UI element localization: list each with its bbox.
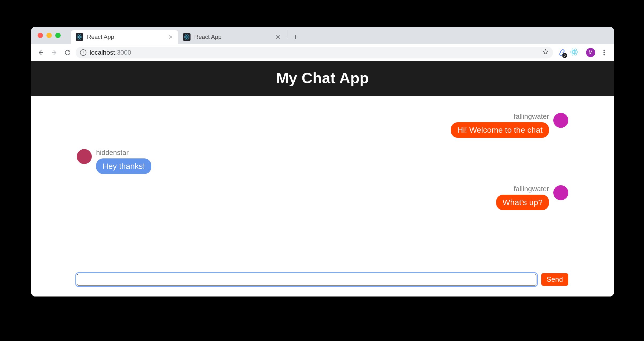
message-avatar (553, 185, 568, 200)
message-content: fallingwaterWhat's up? (496, 185, 549, 210)
tabs-row: React App React App (71, 27, 301, 44)
tab-separator (287, 30, 287, 38)
tab-strip: React App React App (31, 27, 614, 44)
url-host: localhost (90, 49, 115, 56)
browser-tab-inactive[interactable]: React App (178, 30, 286, 44)
extension-badge-count: 0 (562, 53, 567, 58)
profile-initial: M (589, 50, 593, 55)
message-username: fallingwater (514, 185, 549, 193)
window-close-icon[interactable] (38, 33, 43, 38)
message-avatar (553, 113, 568, 128)
url-port: :3000 (115, 49, 131, 56)
message-row: fallingwaterHi! Welcome to the chat (77, 112, 568, 138)
browser-window: React App React App (31, 27, 614, 296)
app-header: My Chat App (31, 61, 614, 96)
reload-button[interactable] (62, 47, 73, 58)
app-title: My Chat App (31, 69, 614, 87)
send-button[interactable]: Send (541, 273, 568, 286)
message-username: hiddenstar (96, 149, 129, 157)
tab-close-icon[interactable] (274, 33, 282, 41)
address-bar[interactable]: i localhost:3000 (76, 47, 553, 58)
svg-point-7 (186, 36, 187, 38)
message-bubble: What's up? (496, 195, 549, 210)
browser-toolbar: i localhost:3000 0 M (31, 44, 614, 61)
link-extension-icon[interactable]: 0 (557, 48, 566, 57)
site-info-icon[interactable]: i (80, 49, 86, 56)
svg-point-14 (604, 54, 605, 55)
message-block: fallingwaterWhat's up? (496, 185, 568, 210)
message-row: hiddenstarHey thanks! (77, 149, 568, 174)
message-input[interactable] (77, 274, 536, 286)
message-block: hiddenstarHey thanks! (77, 149, 151, 174)
message-bubble: Hey thanks! (96, 158, 151, 174)
svg-point-11 (574, 51, 575, 53)
message-avatar (77, 149, 92, 164)
svg-point-13 (604, 52, 605, 53)
toolbar-separator (582, 48, 582, 57)
profile-avatar[interactable]: M (586, 48, 595, 57)
bookmark-star-icon[interactable] (542, 49, 549, 57)
window-minimize-icon[interactable] (46, 33, 52, 38)
browser-tab-active[interactable]: React App (71, 30, 178, 44)
toolbar-right: 0 M (557, 47, 610, 58)
new-tab-button[interactable] (290, 32, 301, 42)
message-username: fallingwater (514, 112, 549, 121)
chat-area: fallingwaterHi! Welcome to the chathidde… (31, 96, 614, 273)
message-row: fallingwaterWhat's up? (77, 185, 568, 210)
react-favicon-icon (183, 33, 191, 41)
svg-point-3 (79, 36, 80, 38)
react-devtools-icon[interactable] (570, 48, 578, 57)
tab-title: React App (87, 34, 163, 40)
tab-title: React App (194, 34, 270, 40)
window-controls (38, 33, 61, 38)
back-button[interactable] (35, 47, 46, 58)
message-content: hiddenstarHey thanks! (96, 149, 151, 174)
window-maximize-icon[interactable] (55, 33, 61, 38)
compose-row: Send (77, 273, 568, 296)
url-text: localhost:3000 (90, 49, 539, 56)
react-favicon-icon (76, 33, 83, 41)
message-bubble: Hi! Welcome to the chat (451, 122, 549, 138)
message-block: fallingwaterHi! Welcome to the chat (451, 112, 568, 138)
message-content: fallingwaterHi! Welcome to the chat (451, 112, 549, 138)
browser-menu-button[interactable] (599, 47, 610, 58)
svg-point-12 (604, 50, 605, 51)
forward-button[interactable] (49, 47, 60, 58)
page-content: My Chat App fallingwaterHi! Welcome to t… (31, 61, 614, 296)
tab-close-icon[interactable] (167, 33, 174, 41)
